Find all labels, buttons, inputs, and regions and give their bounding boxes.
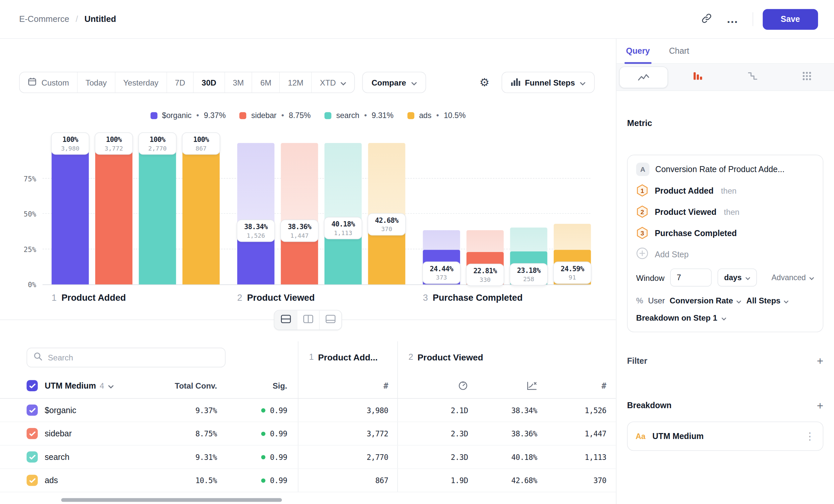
measure-scope-select[interactable]: All Steps bbox=[746, 296, 789, 305]
y-axis-tick: 50% bbox=[9, 210, 36, 218]
save-button[interactable]: Save bbox=[763, 8, 818, 29]
step-event-name[interactable]: Purchase Completed bbox=[655, 228, 737, 238]
breakdown-property-chip[interactable]: Aa UTM Medium ⋮ bbox=[627, 421, 824, 451]
chart-type-funnel-tab[interactable] bbox=[671, 64, 725, 90]
funnel-step-group-1: 100%3,980 100%3,772 100%2,770 100%867 bbox=[52, 143, 220, 284]
row-step2-count: 370 bbox=[593, 476, 607, 485]
funnel-chart-icon bbox=[693, 71, 703, 83]
layout-split-vertical-button[interactable] bbox=[297, 311, 319, 329]
bar-value-label: 100%3,772 bbox=[94, 132, 133, 155]
layout-bottom-panel-button[interactable] bbox=[319, 311, 342, 329]
row-checkbox[interactable] bbox=[26, 405, 38, 416]
step-connector: then bbox=[721, 186, 737, 195]
window-unit-label: days bbox=[724, 273, 742, 282]
measure-type-label: Conversion Rate bbox=[670, 296, 733, 305]
row-step2-pct: 42.68% bbox=[511, 476, 537, 485]
window-value-input[interactable] bbox=[671, 269, 712, 287]
chart-view-selector-button[interactable]: Funnel Steps bbox=[502, 72, 595, 93]
chart-legend: $organic•9.37% sidebar•8.75% search•9.31… bbox=[0, 111, 616, 120]
y-axis-tick: 75% bbox=[9, 175, 36, 183]
horizontal-scrollbar[interactable] bbox=[61, 498, 282, 502]
row-checkbox[interactable] bbox=[26, 475, 38, 486]
chevron-down-icon bbox=[341, 78, 347, 87]
chart-type-steps-tab[interactable] bbox=[725, 64, 780, 90]
range-12m-button[interactable]: 12M bbox=[279, 72, 311, 92]
funnel-step-item[interactable]: 1 Product Added then bbox=[636, 184, 814, 197]
select-all-checkbox[interactable] bbox=[26, 380, 38, 391]
table-row[interactable]: sidebar 8.75% 0.99 3,772 2.3D 38.36% 1,4… bbox=[0, 422, 616, 445]
range-30d-button[interactable]: 30D bbox=[193, 72, 224, 92]
funnel-bar[interactable] bbox=[52, 143, 89, 284]
funnel-step-item[interactable]: 2 Product Viewed then bbox=[636, 205, 814, 219]
share-link-button[interactable] bbox=[696, 8, 717, 30]
add-filter-button[interactable]: + bbox=[817, 356, 824, 366]
measure-user-label[interactable]: User bbox=[648, 296, 665, 305]
table-row[interactable]: search 9.31% 0.99 2,770 2.3D 40.18% 1,11… bbox=[0, 445, 616, 469]
chevron-down-icon bbox=[411, 78, 417, 87]
group-column-header[interactable]: UTM Medium bbox=[45, 381, 96, 391]
layout-split-horizontal-button[interactable] bbox=[275, 311, 297, 329]
row-step1-count: 3,980 bbox=[367, 406, 388, 414]
tab-chart[interactable]: Chart bbox=[667, 39, 691, 63]
bar-value-label: 23.18%258 bbox=[509, 263, 548, 285]
row-step2-pct: 40.18% bbox=[511, 453, 537, 461]
chevron-down-icon[interactable] bbox=[108, 381, 114, 391]
tab-query[interactable]: Query bbox=[624, 39, 651, 63]
chart-view-label: Funnel Steps bbox=[525, 78, 575, 87]
legend-item[interactable]: search•9.31% bbox=[325, 111, 393, 120]
compare-button[interactable]: Compare bbox=[363, 72, 426, 93]
add-step-button[interactable]: Add Step bbox=[636, 248, 814, 261]
funnel-bar[interactable] bbox=[95, 143, 132, 284]
search-input[interactable] bbox=[48, 353, 219, 362]
measure-type-select[interactable]: Conversion Rate bbox=[670, 296, 742, 305]
avg-time-icon[interactable] bbox=[409, 381, 477, 391]
table-row[interactable]: ads 10.5% 0.99 867 1.9D 42.68% 370 bbox=[0, 469, 616, 492]
step-event-name[interactable]: Product Added bbox=[655, 186, 714, 195]
metric-title[interactable]: Conversion Rate of Product Adde... bbox=[655, 164, 785, 174]
row-sig: 0.99 bbox=[270, 453, 287, 461]
row-checkbox[interactable] bbox=[26, 451, 38, 462]
funnel-step-item[interactable]: 3 Purchase Completed bbox=[636, 227, 814, 240]
legend-item[interactable]: $organic•9.37% bbox=[150, 111, 225, 120]
settings-gear-button[interactable]: ⚙ bbox=[474, 72, 495, 93]
hash-icon[interactable]: # bbox=[601, 381, 606, 391]
more-menu-button[interactable]: … bbox=[722, 8, 743, 30]
significance-dot bbox=[261, 431, 266, 436]
table-row[interactable]: $organic 9.37% 0.99 3,980 2.1D 38.34% 1,… bbox=[0, 398, 616, 422]
range-today-button[interactable]: Today bbox=[77, 72, 115, 92]
legend-item[interactable]: ads•10.5% bbox=[408, 111, 466, 120]
row-step2-pct: 38.36% bbox=[511, 429, 537, 438]
row-checkbox[interactable] bbox=[26, 428, 38, 439]
chart-type-grid-tab[interactable] bbox=[780, 64, 834, 90]
step-number-badge: 3 bbox=[636, 227, 649, 240]
kebab-menu-icon[interactable]: ⋮ bbox=[805, 430, 815, 442]
row-step2-pct: 38.34% bbox=[511, 406, 537, 414]
sig-column-header[interactable]: Sig. bbox=[227, 381, 287, 390]
add-breakdown-button[interactable]: + bbox=[817, 400, 824, 411]
step-connector: then bbox=[724, 207, 740, 216]
advanced-button[interactable]: Advanced bbox=[772, 273, 814, 282]
breadcrumb-current[interactable]: Untitled bbox=[84, 14, 116, 24]
hash-icon[interactable]: # bbox=[383, 381, 388, 391]
range-yesterday-button[interactable]: Yesterday bbox=[115, 72, 167, 92]
row-step1-count: 3,772 bbox=[367, 429, 388, 438]
range-xtd-button[interactable]: XTD bbox=[311, 72, 355, 92]
step-event-name[interactable]: Product Viewed bbox=[655, 207, 717, 216]
advanced-label: Advanced bbox=[772, 273, 806, 282]
breadcrumb-parent[interactable]: E-Commerce bbox=[19, 14, 69, 24]
range-custom-button[interactable]: Custom bbox=[20, 72, 77, 92]
range-3m-button[interactable]: 3M bbox=[224, 72, 252, 92]
total-conv-column-header[interactable]: Total Conv. bbox=[158, 381, 217, 390]
breakdown-on-step-select[interactable]: Breakdown on Step 1 bbox=[636, 313, 726, 322]
range-6m-button[interactable]: 6M bbox=[252, 72, 279, 92]
bar-chart-icon bbox=[510, 77, 520, 87]
bar-value-label: 22.81%330 bbox=[466, 264, 504, 286]
funnel-bar[interactable] bbox=[139, 143, 176, 284]
chart-type-line-tab[interactable] bbox=[616, 64, 671, 90]
window-unit-select[interactable]: days bbox=[718, 269, 757, 287]
funnel-bar[interactable] bbox=[182, 143, 220, 284]
range-label: 7D bbox=[175, 78, 185, 87]
legend-item[interactable]: sidebar•8.75% bbox=[240, 111, 310, 120]
time-series-icon[interactable] bbox=[478, 381, 547, 391]
range-7d-button[interactable]: 7D bbox=[167, 72, 193, 92]
